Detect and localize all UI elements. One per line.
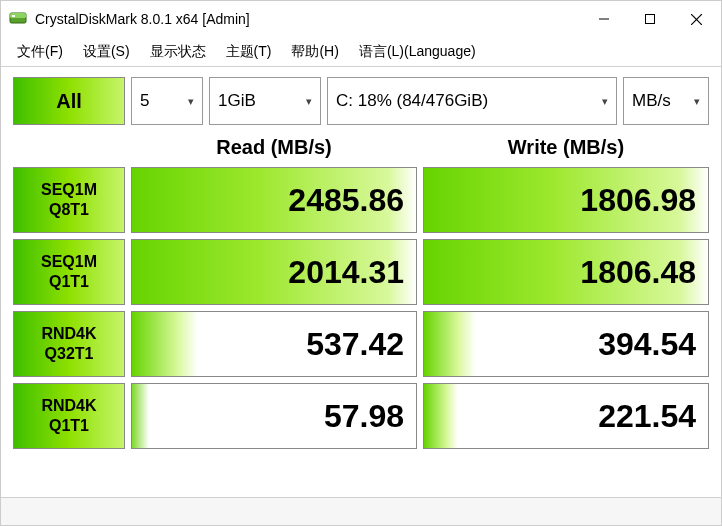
- unit-value: MB/s: [632, 91, 688, 111]
- status-bar: [1, 497, 721, 525]
- test-button-line2: Q1T1: [49, 272, 89, 292]
- unit-dropdown[interactable]: MB/s ▾: [623, 77, 709, 125]
- test-button-line1: SEQ1M: [41, 252, 97, 272]
- read-value: 537.42: [131, 311, 417, 377]
- maximize-button[interactable]: [627, 1, 673, 37]
- menu-help[interactable]: 帮助(H): [281, 40, 348, 64]
- read-header: Read (MB/s): [131, 131, 417, 163]
- all-button-label: All: [56, 90, 82, 113]
- test-button-line1: RND4K: [41, 396, 96, 416]
- controls-row: All 5 ▾ 1GiB ▾ C: 18% (84/476GiB) ▾ MB/s…: [13, 77, 709, 125]
- titlebar: CrystalDiskMark 8.0.1 x64 [Admin]: [1, 1, 721, 37]
- test-row: SEQ1MQ8T12485.861806.98: [13, 167, 709, 233]
- drive-dropdown[interactable]: C: 18% (84/476GiB) ▾: [327, 77, 617, 125]
- menubar: 文件(F) 设置(S) 显示状态 主题(T) 帮助(H) 语言(L)(Langu…: [1, 37, 721, 67]
- test-count-value: 5: [140, 91, 182, 111]
- test-row: RND4KQ32T1537.42394.54: [13, 311, 709, 377]
- test-button[interactable]: SEQ1MQ1T1: [13, 239, 125, 305]
- all-button[interactable]: All: [13, 77, 125, 125]
- test-button[interactable]: RND4KQ1T1: [13, 383, 125, 449]
- menu-language[interactable]: 语言(L)(Language): [349, 40, 486, 64]
- menu-file[interactable]: 文件(F): [7, 40, 73, 64]
- chevron-down-icon: ▾: [694, 95, 700, 108]
- menu-settings[interactable]: 设置(S): [73, 40, 140, 64]
- read-value: 2014.31: [131, 239, 417, 305]
- test-count-dropdown[interactable]: 5 ▾: [131, 77, 203, 125]
- svg-rect-2: [12, 15, 15, 17]
- chevron-down-icon: ▾: [188, 95, 194, 108]
- write-header: Write (MB/s): [423, 131, 709, 163]
- write-value: 1806.48: [423, 239, 709, 305]
- test-button[interactable]: SEQ1MQ8T1: [13, 167, 125, 233]
- test-size-dropdown[interactable]: 1GiB ▾: [209, 77, 321, 125]
- app-icon: [9, 10, 27, 28]
- drive-value: C: 18% (84/476GiB): [336, 91, 596, 111]
- menu-display[interactable]: 显示状态: [140, 40, 216, 64]
- tests-container: SEQ1MQ8T12485.861806.98SEQ1MQ1T12014.311…: [13, 167, 709, 449]
- write-value: 1806.98: [423, 167, 709, 233]
- chevron-down-icon: ▾: [306, 95, 312, 108]
- chevron-down-icon: ▾: [602, 95, 608, 108]
- content-area: All 5 ▾ 1GiB ▾ C: 18% (84/476GiB) ▾ MB/s…: [1, 67, 721, 463]
- close-button[interactable]: [673, 1, 719, 37]
- test-size-value: 1GiB: [218, 91, 300, 111]
- read-value: 2485.86: [131, 167, 417, 233]
- test-button-line2: Q1T1: [49, 416, 89, 436]
- window-title: CrystalDiskMark 8.0.1 x64 [Admin]: [35, 11, 250, 27]
- header-row: Read (MB/s) Write (MB/s): [13, 131, 709, 163]
- window-controls: [581, 1, 719, 37]
- minimize-button[interactable]: [581, 1, 627, 37]
- test-button-line2: Q8T1: [49, 200, 89, 220]
- test-button-line1: RND4K: [41, 324, 96, 344]
- test-row: RND4KQ1T157.98221.54: [13, 383, 709, 449]
- write-value: 394.54: [423, 311, 709, 377]
- test-button-line2: Q32T1: [45, 344, 94, 364]
- svg-rect-4: [646, 15, 655, 24]
- read-value: 57.98: [131, 383, 417, 449]
- write-value: 221.54: [423, 383, 709, 449]
- test-button-line1: SEQ1M: [41, 180, 97, 200]
- test-row: SEQ1MQ1T12014.311806.48: [13, 239, 709, 305]
- test-button[interactable]: RND4KQ32T1: [13, 311, 125, 377]
- menu-theme[interactable]: 主题(T): [216, 40, 282, 64]
